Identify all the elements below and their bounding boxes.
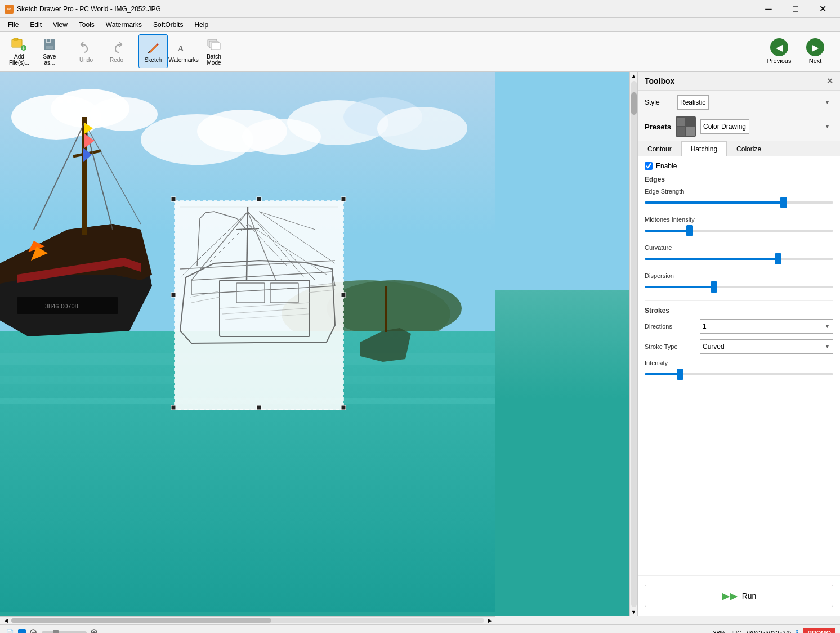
- close-button[interactable]: ✕: [810, 0, 835, 18]
- midtones-thumb[interactable]: [686, 225, 693, 236]
- dispersion-thumb[interactable]: [711, 281, 717, 293]
- toolbar-group-edit: Undo Redo: [72, 34, 131, 68]
- zoom-slider[interactable]: [42, 631, 87, 634]
- add-files-button[interactable]: + Add File(s)...: [5, 34, 34, 68]
- curvature-slider-track: [645, 253, 833, 264]
- menu-tools[interactable]: Tools: [73, 18, 100, 31]
- intensity-thumb[interactable]: [677, 369, 683, 380]
- dispersion-slider-track: [645, 281, 833, 293]
- curvature-label: Curvature: [645, 244, 833, 251]
- tab-contour[interactable]: Contour: [638, 141, 681, 156]
- svg-text:3846-00708: 3846-00708: [45, 303, 78, 309]
- menu-watermarks[interactable]: Watermarks: [100, 18, 148, 31]
- toolbar-group-tools: Sketch A Watermarks Batch Mode: [138, 34, 229, 68]
- save-as-button[interactable]: Save as...: [35, 34, 64, 68]
- toolbox-panel: Toolbox ✕ Style Realistic Presets: [637, 72, 840, 616]
- edge-strength-slider-track: [645, 197, 833, 208]
- file-dimensions: (3022x3022x24): [747, 630, 792, 634]
- directions-label: Directions: [645, 323, 695, 330]
- tab-colorize[interactable]: Colorize: [727, 141, 771, 156]
- scene-svg: 3846-00708: [0, 72, 495, 612]
- curvature-fill: [645, 258, 780, 260]
- svg-point-15: [90, 97, 158, 131]
- presets-icon-svg: [677, 118, 695, 136]
- scroll-right-arrow[interactable]: ▶: [484, 617, 495, 625]
- svg-text:A: A: [178, 44, 184, 53]
- watermarks-icon: A: [176, 40, 191, 56]
- presets-label: Presets: [645, 123, 671, 131]
- scroll-up-arrow[interactable]: ▲: [630, 72, 638, 80]
- midtones-fill: [645, 230, 692, 232]
- intensity-row: Intensity: [645, 360, 833, 380]
- menu-softorbits[interactable]: SoftOrbits: [148, 18, 189, 31]
- undo-label: Undo: [79, 57, 93, 63]
- watermarks-button[interactable]: A Watermarks: [169, 34, 198, 68]
- enable-checkbox[interactable]: [645, 162, 653, 170]
- midtones-slider-track: [645, 225, 833, 236]
- vertical-scrollbar[interactable]: ▲ ▼: [629, 72, 637, 616]
- previous-button[interactable]: ◀ Previous: [763, 34, 795, 68]
- scroll-down-arrow[interactable]: ▼: [630, 608, 638, 616]
- h-scroll-thumb[interactable]: [11, 618, 271, 623]
- zoom-slider-thumb[interactable]: [53, 630, 59, 634]
- edge-strength-thumb[interactable]: [780, 197, 787, 208]
- stroke-type-row: Stroke Type Curved Straight Wavy: [645, 339, 833, 354]
- tab-content-hatching: Enable Edges Edge Strength Midtones Inte…: [638, 156, 840, 393]
- directions-select[interactable]: 1 2 3 4: [700, 319, 833, 334]
- next-button[interactable]: ▶ Next: [799, 34, 831, 68]
- scroll-thumb[interactable]: [631, 92, 637, 115]
- enable-label[interactable]: Enable: [656, 162, 677, 170]
- menu-file[interactable]: File: [2, 18, 24, 31]
- maximize-button[interactable]: □: [783, 0, 808, 18]
- tab-hatching[interactable]: Hatching: [681, 141, 727, 156]
- menu-view[interactable]: View: [47, 18, 73, 31]
- toolbar-sep-1: [68, 35, 68, 67]
- stroke-type-label: Stroke Type: [645, 343, 695, 350]
- info-button[interactable]: ℹ: [796, 628, 798, 634]
- main-content: 3846-00708: [0, 72, 840, 616]
- svg-rect-7: [47, 39, 50, 42]
- h-scroll-track: [11, 618, 484, 623]
- canvas-area[interactable]: 3846-00708: [0, 72, 637, 616]
- svg-rect-71: [171, 293, 176, 297]
- style-select[interactable]: Realistic: [677, 95, 709, 110]
- run-label: Run: [742, 591, 757, 600]
- sketch-label: Sketch: [145, 57, 162, 63]
- title-bar: ✏ Sketch Drawer Pro - PC World - IMG_205…: [0, 0, 840, 18]
- scroll-track: [631, 81, 637, 607]
- promo-button[interactable]: PROMO: [803, 628, 835, 634]
- batch-mode-icon: [206, 37, 222, 52]
- zoom-out-icon[interactable]: [28, 627, 39, 634]
- horizontal-scrollbar: ◀ ▶: [0, 616, 495, 624]
- curvature-thumb[interactable]: [775, 253, 781, 264]
- svg-rect-67: [341, 293, 346, 297]
- menu-edit[interactable]: Edit: [24, 18, 47, 31]
- svg-point-21: [377, 107, 467, 150]
- add-files-icon: +: [11, 37, 27, 52]
- dispersion-label: Dispersion: [645, 272, 833, 279]
- minimize-button[interactable]: ─: [756, 0, 781, 18]
- svg-rect-68: [341, 405, 346, 410]
- menu-help[interactable]: Help: [189, 18, 214, 31]
- undo-button[interactable]: Undo: [72, 34, 101, 68]
- svg-rect-70: [171, 405, 176, 410]
- redo-button[interactable]: Redo: [102, 34, 131, 68]
- previous-icon: ◀: [770, 38, 788, 56]
- svg-rect-0: [12, 39, 22, 47]
- menu-bar: File Edit View Tools Watermarks SoftOrbi…: [0, 18, 840, 32]
- page-icon[interactable]: 📄: [5, 627, 16, 634]
- toolbox-close-button[interactable]: ✕: [826, 77, 833, 86]
- presets-select[interactable]: Color Drawing Pencil Sketch Charcoal Ink…: [700, 119, 749, 134]
- nav-area: ◀ Previous ▶ Next: [763, 34, 835, 68]
- scroll-left-arrow[interactable]: ◀: [0, 617, 11, 625]
- sketch-button[interactable]: Sketch: [138, 34, 168, 68]
- next-label: Next: [809, 57, 822, 64]
- style-label: Style: [645, 98, 673, 106]
- stroke-type-select[interactable]: Curved Straight Wavy: [700, 339, 833, 354]
- tabs-bar: Contour Hatching Colorize: [638, 141, 840, 156]
- batch-mode-button[interactable]: Batch Mode: [199, 34, 229, 68]
- run-button[interactable]: ▶▶ Run: [645, 585, 833, 607]
- zoom-in-icon[interactable]: [89, 627, 100, 634]
- curvature-row: Curvature: [645, 244, 833, 264]
- svg-rect-75: [677, 127, 685, 136]
